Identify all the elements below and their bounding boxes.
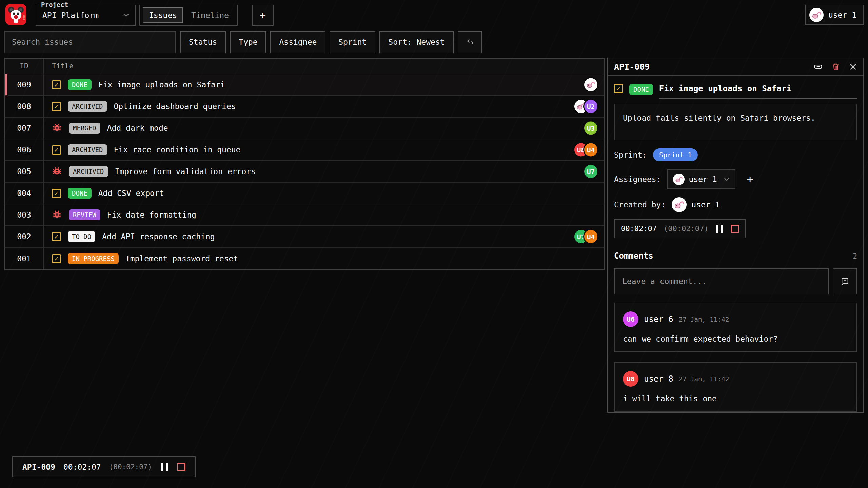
avatar-u4: U4 [583, 229, 598, 244]
delete-issue-icon[interactable] [831, 62, 840, 71]
issue-id: 004 [5, 189, 43, 198]
issue-row-main: ARCHIVEDImprove form validation errors [44, 166, 604, 177]
issue-row[interactable]: 006✓ARCHIVEDFix race condition in queueU… [5, 139, 604, 161]
column-header-title: Title [44, 62, 73, 70]
user1-avatar [583, 77, 598, 93]
reset-filters-button[interactable] [458, 31, 482, 53]
issue-row[interactable]: 009✓DONEFix image uploads on Safari [5, 74, 604, 96]
tab-timeline[interactable]: Timeline [186, 8, 234, 22]
avatar-u3: U3 [583, 121, 598, 136]
tab-issues[interactable]: Issues [143, 7, 183, 23]
issue-row[interactable]: 003 REVIEWFix date formatting [5, 204, 604, 226]
table-header: ID Title [5, 59, 604, 74]
issue-row[interactable]: 002✓TO DOAdd API response cachingU7U4 [5, 226, 604, 248]
task-checkbox-icon: ✓ [52, 189, 61, 198]
created-by-row: Created by: user 1 [614, 197, 857, 212]
column-header-id: ID [5, 62, 43, 70]
issue-row-main: ✓TO DOAdd API response caching [44, 231, 604, 242]
issue-title: Add dark mode [107, 124, 168, 133]
project-name: API Platform [42, 11, 118, 20]
comment-timestamp: 27 Jan, 11:42 [679, 316, 729, 323]
add-assignee-button[interactable]: + [747, 174, 753, 185]
task-checkbox-icon: ✓ [52, 232, 61, 241]
issue-id: 002 [5, 232, 43, 241]
filter-bar: Status Type Assignee Sprint Sort: Newest [4, 31, 864, 53]
assignees-row: Assignees: user 1 + [614, 169, 857, 189]
issue-id: 003 [5, 210, 43, 219]
panel-header: API-009 [608, 58, 863, 76]
issue-title: Fix date formatting [107, 210, 196, 219]
issue-key: API-009 [614, 62, 805, 72]
assignee-avatar [673, 174, 685, 185]
current-user-chip[interactable]: user 1 [805, 5, 864, 25]
issue-title: Add API response caching [102, 232, 215, 241]
status-badge: TO DO [68, 231, 95, 242]
sprint-row: Sprint: Sprint 1 [614, 148, 857, 161]
avatar-u4: U4 [583, 142, 598, 158]
task-checkbox-icon: ✓ [52, 80, 61, 89]
sort-button[interactable]: Sort: Newest [379, 31, 453, 53]
task-checkbox-icon[interactable]: ✓ [614, 84, 623, 93]
comment-card: U6user 627 Jan, 11:42can we confirm expe… [614, 303, 857, 352]
project-selector[interactable]: Project API Platform [36, 5, 136, 26]
task-checkbox-icon: ✓ [52, 254, 61, 263]
issue-row[interactable]: 007 MERGEDAdd dark modeU3 [5, 118, 604, 139]
issue-id: 001 [5, 254, 43, 263]
add-view-button[interactable]: + [252, 5, 274, 26]
issue-assignee-avatars: U7 [583, 164, 598, 179]
comment-author: user 8 [644, 374, 673, 384]
issue-assignee-avatars: U3 [583, 121, 598, 136]
panel-title-row: ✓ DONE Fix image uploads on Safari [614, 84, 857, 99]
close-panel-icon[interactable] [849, 63, 857, 71]
comments-count: 2 [853, 252, 857, 260]
issue-row-main: ✓ARCHIVEDFix race condition in queue [44, 144, 604, 155]
current-user-name: user 1 [828, 11, 856, 19]
stop-timer-icon[interactable] [731, 225, 739, 233]
comment-body: i will take this one [623, 394, 848, 403]
issue-assignee-avatars: U8U4 [573, 142, 598, 158]
stop-timer-icon[interactable] [177, 463, 185, 471]
issue-row[interactable]: 004✓DONEAdd CSV export [5, 183, 604, 204]
issue-assignee-avatars: U7U4 [573, 229, 598, 244]
issue-row-main: ✓ARCHIVEDOptimize dashboard queries [44, 101, 604, 112]
filter-assignee-button[interactable]: Assignee [270, 31, 326, 53]
filter-status-button[interactable]: Status [180, 31, 226, 53]
avatar-u7: U7 [583, 164, 598, 179]
issue-title: Optimize dashboard queries [114, 102, 236, 111]
issue-detail-panel: API-009 ✓ DONE Fix image uploads on Safa… [607, 58, 864, 413]
issue-title-field[interactable]: Fix image uploads on Safari [659, 84, 857, 99]
submit-comment-button[interactable] [833, 268, 857, 294]
comment-input[interactable] [614, 268, 829, 294]
status-badge[interactable]: DONE [629, 84, 653, 95]
project-label: Project [39, 1, 70, 8]
avatar-u2: U2 [583, 99, 598, 114]
issue-row-main: ✓DONEFix image uploads on Safari [44, 79, 604, 90]
issue-row[interactable]: 001✓IN PROGRESSImplement password reset [5, 248, 604, 269]
issue-row[interactable]: 008✓ARCHIVEDOptimize dashboard queries U… [5, 96, 604, 118]
issue-id: 007 [5, 124, 43, 133]
comment-meta: U6user 627 Jan, 11:42 [623, 311, 848, 327]
filter-sprint-button[interactable]: Sprint [330, 31, 375, 53]
task-checkbox-icon: ✓ [52, 102, 61, 111]
filter-type-button[interactable]: Type [230, 31, 266, 53]
pause-timer-icon[interactable] [715, 225, 724, 233]
top-bar: ! Project API Platform Issues Timeline +… [0, 0, 868, 30]
chevron-down-icon [724, 178, 729, 181]
comment-body: can we confirm expected behavior? [623, 334, 848, 343]
issue-row[interactable]: 005 ARCHIVEDImprove form validation erro… [5, 161, 604, 183]
issue-description[interactable]: Upload fails silently on Safari browsers… [614, 104, 857, 140]
user-avatar [809, 8, 824, 22]
issue-row-main: ✓DONEAdd CSV export [44, 188, 604, 199]
comments-list: U6user 627 Jan, 11:42can we confirm expe… [614, 303, 857, 412]
avatar-u8: U8 [623, 371, 638, 387]
issue-row-main: MERGEDAdd dark mode [44, 123, 604, 134]
issue-assignee-avatars [583, 77, 598, 93]
search-input[interactable] [4, 31, 176, 53]
sprint-pill[interactable]: Sprint 1 [653, 148, 698, 161]
created-by-label: Created by: [614, 200, 666, 209]
assignee-select[interactable]: user 1 [667, 169, 735, 189]
pause-timer-icon[interactable] [160, 463, 169, 471]
chevron-down-icon [123, 13, 129, 17]
issue-table: ID Title 009✓DONEFix image uploads on Sa… [4, 58, 605, 270]
copy-link-icon[interactable] [814, 62, 823, 71]
